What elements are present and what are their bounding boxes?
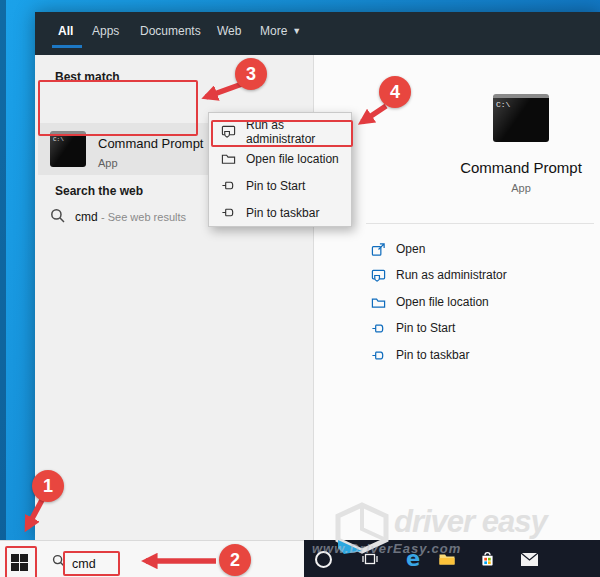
action-run-as-admin[interactable]: Run as administrator [371,262,507,288]
action-open[interactable]: Open [371,236,425,262]
search-window: All Apps Documents Web More ▼ Best match… [35,12,600,540]
taskbar-search-icon [52,554,66,572]
store-button[interactable] [476,549,498,569]
search-filter-tabs: All Apps Documents Web More ▼ [35,12,600,55]
action-pin-to-taskbar[interactable]: Pin to taskbar [371,342,469,368]
pin-icon [371,321,386,336]
pin-icon [221,178,236,193]
preview-panel: C:\ Command Prompt App Open Run as admin… [313,55,600,540]
web-result-query: cmd [75,210,98,224]
preview-app-title: Command Prompt [411,159,600,176]
pin-icon [371,348,386,363]
taskbar-right: e [304,540,600,577]
best-match-header: Best match [55,70,120,84]
tab-apps[interactable]: Apps [92,22,119,40]
run-as-admin-icon [371,268,386,283]
start-button[interactable] [11,554,28,571]
app-header: C:\ Command Prompt App [411,91,600,194]
best-match-subtitle: App [98,157,118,169]
command-prompt-icon-large: C:\ [493,94,549,142]
web-result-hint: - See web results [101,211,186,223]
chevron-down-icon: ▼ [292,27,301,36]
tab-more[interactable]: More ▼ [260,22,301,40]
active-tab-underline [52,45,82,48]
command-prompt-icon: C:\ [50,131,86,167]
run-as-admin-icon [221,124,236,139]
action-open-file-location[interactable]: Open file location [371,289,489,315]
web-result-row[interactable]: cmd - See web results [75,210,186,224]
action-pin-to-start[interactable]: Pin to Start [371,315,455,341]
desktop: All Apps Documents Web More ▼ Best match… [0,0,600,577]
search-web-header: Search the web [55,184,143,198]
open-icon [371,242,386,257]
menu-item-open-file-location[interactable]: Open file location [209,145,351,172]
context-menu: Run as administrator Open file location … [208,112,352,227]
menu-item-run-as-admin[interactable]: Run as administrator [209,118,351,145]
best-match-title: Command Prompt [98,136,203,151]
mail-button[interactable] [518,549,540,569]
edge-button[interactable]: e [402,549,424,569]
folder-icon [221,151,236,166]
tab-documents[interactable]: Documents [140,22,201,40]
task-view-icon [361,551,379,567]
store-icon [479,551,496,568]
tab-all[interactable]: All [58,22,73,40]
pin-icon [221,205,236,220]
file-explorer-button[interactable] [436,549,458,569]
tab-web[interactable]: Web [217,22,241,40]
taskbar-left: cmd [0,540,304,577]
file-explorer-icon [438,551,456,567]
taskbar-search-input[interactable]: cmd [72,557,96,571]
preview-divider [366,223,594,224]
menu-item-pin-to-taskbar[interactable]: Pin to taskbar [209,199,351,226]
edge-icon: e [406,549,420,570]
mail-icon [520,552,539,567]
folder-icon [371,295,386,310]
preview-app-subtitle: App [411,182,600,194]
desktop-edge [0,0,6,540]
cortana-button[interactable] [312,549,334,569]
task-view-button[interactable] [359,549,381,569]
menu-item-pin-to-start[interactable]: Pin to Start [209,172,351,199]
search-icon [50,208,66,224]
cortana-icon [315,551,332,568]
